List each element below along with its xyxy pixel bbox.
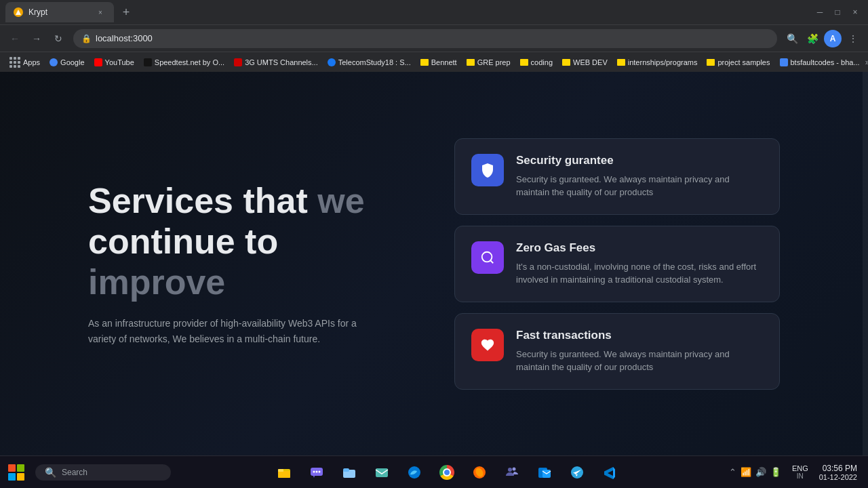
headline-improve-word: improve — [88, 262, 225, 302]
telecomstudy-favicon — [328, 58, 336, 66]
svg-rect-13 — [376, 468, 388, 477]
forward-button[interactable]: → — [27, 29, 46, 48]
bookmark-label: YouTube — [105, 58, 134, 66]
bookmark-speedtest[interactable]: Speedtest.net by O... — [140, 57, 229, 68]
main-headline: Services that we continue to improve — [88, 181, 414, 302]
volume-icon[interactable]: 🔊 — [755, 467, 766, 477]
language-indicator[interactable]: ENG IN — [789, 464, 811, 480]
bookmark-youtube[interactable]: YouTube — [90, 57, 138, 68]
fast-transactions-icon — [471, 329, 504, 361]
folder-icon — [707, 59, 715, 66]
bookmark-google[interactable]: Google — [45, 57, 88, 68]
close-window-button[interactable]: × — [848, 5, 863, 20]
main-content: Services that we continue to improve As … — [0, 72, 868, 455]
apps-bookmark[interactable]: Apps — [5, 56, 44, 69]
logo-yellow — [17, 473, 24, 481]
svg-point-9 — [319, 470, 321, 472]
svg-point-8 — [316, 470, 318, 472]
scrollbar[interactable] — [863, 72, 868, 455]
taskbar-file-explorer[interactable] — [269, 458, 299, 487]
new-tab-button[interactable]: + — [117, 3, 136, 22]
back-button[interactable]: ← — [5, 29, 24, 48]
main-description: As an infrastructure provider of high-av… — [88, 316, 359, 346]
taskbar-messaging[interactable] — [302, 458, 332, 487]
search-icon: 🔍 — [45, 467, 56, 478]
bookmark-projectsamples[interactable]: project samples — [703, 57, 774, 68]
svg-rect-5 — [278, 469, 283, 472]
window-controls: ─ □ × — [812, 5, 863, 20]
security-card: Security gurantee Security is guranteed.… — [454, 138, 780, 215]
address-bar: ← → ↻ 🔒 localhost:3000 🔍 🧩 A ⋮ — [0, 24, 868, 52]
bookmark-webdev[interactable]: WEB DEV — [558, 57, 612, 68]
services-section: Security gurantee Security is guranteed.… — [454, 138, 780, 390]
show-hidden-icons[interactable]: ⌃ — [729, 467, 736, 477]
folder-icon — [520, 59, 528, 66]
bookmark-greprep[interactable]: GRE prep — [462, 57, 515, 68]
url-bar[interactable]: 🔒 localhost:3000 — [73, 29, 777, 48]
bookmark-internships[interactable]: internships/programs — [613, 57, 702, 68]
svg-point-7 — [313, 470, 315, 472]
security-card-title: Security gurantee — [516, 154, 763, 167]
taskbar-teams[interactable] — [497, 458, 527, 487]
taskbar-outlook[interactable] — [530, 458, 559, 487]
tab-close-button[interactable]: × — [95, 7, 106, 18]
fast-transactions-card: Fast transactions Security is guranteed.… — [454, 313, 780, 390]
bookmark-btsfaultcodes[interactable]: btsfaultcodes - bha... — [776, 57, 864, 68]
menu-icon[interactable]: ⋮ — [844, 29, 863, 48]
tab-bar: Krypt × + ─ □ × — [0, 0, 868, 24]
start-button[interactable] — [0, 456, 33, 489]
taskbar-chrome[interactable] — [432, 458, 462, 487]
svg-point-1 — [482, 251, 492, 262]
reload-button[interactable]: ↻ — [49, 29, 68, 48]
bookmark-label: project samples — [717, 58, 770, 66]
bookmark-label: Google — [60, 58, 84, 66]
gas-fees-card-title: Zero Gas Fees — [516, 241, 763, 255]
security-card-content: Security gurantee Security is guranteed.… — [516, 154, 763, 199]
fast-transactions-card-title: Fast transactions — [516, 329, 763, 342]
search-toolbar-icon[interactable]: 🔍 — [783, 29, 802, 48]
taskbar-krypt[interactable] — [465, 458, 494, 487]
svg-marker-23 — [613, 467, 615, 479]
apps-label: Apps — [23, 58, 40, 66]
extensions-icon[interactable]: 🧩 — [803, 29, 822, 48]
headline-line1: Services that we — [88, 181, 365, 220]
bookmark-telecomstudy[interactable]: TelecomStudy18 : S... — [323, 57, 415, 68]
btsfaultcodes-favicon — [780, 58, 788, 66]
svg-line-2 — [490, 260, 493, 263]
folder-icon — [420, 59, 429, 66]
tab-favicon — [14, 7, 23, 17]
taskbar-telegram[interactable] — [562, 458, 592, 487]
browser-tab-krypt[interactable]: Krypt × — [5, 2, 114, 22]
bookmarks-overflow-button[interactable]: » — [865, 58, 868, 67]
folder-icon — [467, 59, 475, 66]
bookmark-label: WEB DEV — [573, 58, 608, 66]
folder-icon — [562, 59, 570, 66]
taskbar-edge[interactable] — [399, 458, 429, 487]
bookmark-label: 3G UMTS Channels... — [245, 58, 318, 66]
bookmark-coding[interactable]: coding — [516, 57, 557, 68]
taskbar-folder[interactable] — [334, 458, 364, 487]
taskbar-vscode[interactable] — [595, 458, 625, 487]
apps-grid-icon — [9, 57, 20, 68]
headline-we-word: we — [317, 181, 364, 220]
bookmark-label: btsfaultcodes - bha... — [791, 58, 860, 66]
security-icon — [471, 154, 504, 186]
bookmark-3gumts[interactable]: 3G UMTS Channels... — [230, 57, 322, 68]
speedtest-favicon — [144, 58, 152, 66]
taskbar-search[interactable]: 🔍 Search — [35, 464, 171, 481]
bookmark-bennett[interactable]: Bennett — [416, 57, 461, 68]
battery-icon[interactable]: 🔋 — [770, 467, 781, 477]
maximize-button[interactable]: □ — [830, 5, 845, 20]
bookmark-label: GRE prep — [477, 58, 511, 66]
bookmarks-bar: Apps Google YouTube Speedtest.net by O..… — [0, 52, 868, 72]
clock[interactable]: 03:56 PM 01-12-2022 — [814, 464, 863, 481]
minimize-button[interactable]: ─ — [812, 5, 827, 20]
bookmark-label: coding — [531, 58, 553, 66]
profile-avatar: A — [824, 30, 842, 47]
profile-area[interactable]: A — [823, 29, 842, 48]
taskbar-right: ⌃ 📶 🔊 🔋 ENG IN 03:56 PM 01-12-2022 — [724, 464, 868, 481]
url-text: localhost:3000 — [96, 33, 153, 43]
taskbar-mail[interactable] — [367, 458, 397, 487]
search-bar-label: Search — [62, 468, 87, 477]
network-icon[interactable]: 📶 — [741, 467, 751, 477]
